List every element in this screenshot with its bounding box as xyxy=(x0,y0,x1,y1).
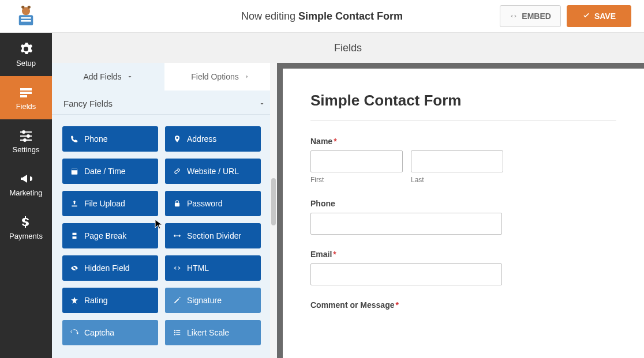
field-panel: Add Fields Field Options Fancy Fields Ph… xyxy=(52,63,277,358)
svg-rect-8 xyxy=(20,95,27,97)
side-nav: Setup Fields Settings Marketing Payments xyxy=(0,33,52,358)
field-section-divider[interactable]: Section Divider xyxy=(165,223,261,248)
comment-label: Comment or Message* xyxy=(310,300,616,310)
pencil-icon xyxy=(173,296,181,304)
divider-icon xyxy=(173,232,181,240)
field-password[interactable]: Password xyxy=(165,191,261,216)
chevron-right-icon xyxy=(244,73,250,80)
nav-label: Fields xyxy=(16,102,36,111)
svg-point-10 xyxy=(22,130,25,134)
gear-icon xyxy=(19,42,33,56)
field-html[interactable]: HTML xyxy=(165,255,261,281)
svg-rect-26 xyxy=(176,334,180,335)
bullhorn-icon xyxy=(19,172,33,186)
scrollbar[interactable] xyxy=(270,63,277,358)
svg-rect-24 xyxy=(176,332,180,333)
nav-fields[interactable]: Fields xyxy=(0,76,52,119)
page-title: Now editing Simple Contact Form xyxy=(241,10,403,22)
svg-point-12 xyxy=(27,134,30,138)
eye-slash-icon xyxy=(70,264,78,272)
sliders-icon xyxy=(19,129,33,142)
nav-settings[interactable]: Settings xyxy=(0,119,52,163)
svg-point-23 xyxy=(174,332,175,333)
phone-input[interactable] xyxy=(310,213,502,235)
link-icon xyxy=(173,167,181,175)
field-email-preview[interactable]: Email* xyxy=(310,250,616,285)
field-name[interactable]: Name* First Last xyxy=(310,137,616,184)
field-likert-scale[interactable]: Likert Scale xyxy=(165,320,261,345)
svg-point-21 xyxy=(174,330,175,331)
email-input[interactable] xyxy=(310,263,502,285)
svg-rect-7 xyxy=(20,92,32,94)
field-rating[interactable]: Rating xyxy=(62,288,158,313)
accordion-fancy-fields[interactable]: Fancy Fields xyxy=(52,91,277,115)
nav-setup[interactable]: Setup xyxy=(0,33,52,76)
nav-payments[interactable]: Payments xyxy=(0,206,52,249)
page-break-icon xyxy=(70,232,78,240)
pin-icon xyxy=(173,135,181,143)
field-address[interactable]: Address xyxy=(165,126,261,152)
last-name-input[interactable] xyxy=(411,150,503,172)
svg-rect-17 xyxy=(175,203,179,206)
refresh-icon xyxy=(70,329,78,337)
calendar-icon xyxy=(70,167,78,175)
form-icon xyxy=(19,85,33,99)
first-name-input[interactable] xyxy=(310,150,403,172)
field-captcha[interactable]: Captcha xyxy=(62,320,158,345)
tab-add-fields[interactable]: Add Fields xyxy=(52,63,164,91)
svg-rect-6 xyxy=(20,88,32,91)
logo xyxy=(0,4,52,28)
dollar-icon xyxy=(19,215,33,229)
svg-rect-19 xyxy=(73,236,77,239)
field-file-upload[interactable]: File Upload xyxy=(62,191,158,216)
star-icon xyxy=(70,296,78,304)
upload-icon xyxy=(70,199,78,208)
field-page-break[interactable]: Page Break xyxy=(62,223,158,248)
phone-icon xyxy=(70,135,78,143)
field-signature[interactable]: Signature xyxy=(165,288,261,313)
svg-rect-4 xyxy=(21,17,31,19)
field-hidden-field[interactable]: Hidden Field xyxy=(62,255,158,281)
field-comment-preview[interactable]: Comment or Message* xyxy=(310,300,616,310)
svg-rect-16 xyxy=(72,168,78,170)
embed-button[interactable]: EMBED xyxy=(500,5,561,27)
svg-rect-5 xyxy=(21,20,31,22)
last-sublabel: Last xyxy=(411,176,503,184)
svg-rect-22 xyxy=(176,330,180,331)
field-date-time[interactable]: Date / Time xyxy=(62,159,158,184)
field-phone-preview[interactable]: Phone xyxy=(310,199,616,235)
builder-header: Fields xyxy=(52,33,644,63)
list-icon xyxy=(173,329,181,337)
chevron-down-icon xyxy=(126,73,133,80)
svg-point-1 xyxy=(21,6,24,9)
svg-rect-18 xyxy=(73,233,77,235)
svg-point-2 xyxy=(28,6,31,9)
tab-field-options[interactable]: Field Options xyxy=(164,63,277,91)
scrollbar-thumb[interactable] xyxy=(271,178,276,225)
code-icon xyxy=(173,264,181,272)
check-icon xyxy=(582,12,590,20)
divider xyxy=(310,120,616,120)
form-preview: Simple Contact Form Name* First Last xyxy=(277,63,644,358)
name-label: Name* xyxy=(310,137,616,146)
first-sublabel: First xyxy=(310,176,403,184)
wpforms-logo-icon xyxy=(14,4,38,28)
nav-label: Setup xyxy=(16,59,36,67)
phone-label: Phone xyxy=(310,199,616,208)
svg-point-25 xyxy=(174,334,175,335)
svg-point-14 xyxy=(23,138,27,142)
save-button[interactable]: SAVE xyxy=(567,5,631,27)
field-website-url[interactable]: Website / URL xyxy=(165,159,261,184)
chevron-down-icon xyxy=(259,100,265,107)
field-phone[interactable]: Phone xyxy=(62,126,158,152)
nav-label: Marketing xyxy=(9,189,42,197)
nav-marketing[interactable]: Marketing xyxy=(0,163,52,206)
lock-icon xyxy=(173,199,181,208)
code-icon xyxy=(510,12,518,20)
form-title: Simple Contact Form xyxy=(310,92,616,110)
email-label: Email* xyxy=(310,250,616,259)
nav-label: Payments xyxy=(9,232,43,240)
nav-label: Settings xyxy=(13,145,40,154)
